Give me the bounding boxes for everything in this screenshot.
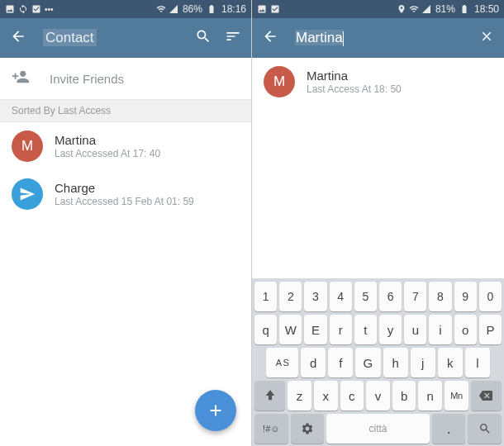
signal-icon (421, 4, 431, 14)
key-symbols[interactable]: !#☺ (254, 414, 288, 444)
key-c[interactable]: c (340, 381, 364, 410)
key-k[interactable]: k (438, 348, 463, 377)
clock-time: 18:50 (474, 3, 499, 15)
contact-status: Last Access At 18: 50 (307, 83, 402, 95)
image-icon (5, 4, 15, 14)
key-period[interactable]: . (432, 414, 466, 444)
key-g[interactable]: G (355, 348, 380, 377)
clear-button[interactable] (479, 29, 494, 47)
clock-time: 18:16 (221, 3, 246, 15)
key-r[interactable]: r (330, 315, 352, 344)
key-d[interactable]: d (301, 348, 326, 377)
search-button[interactable] (195, 28, 212, 48)
battery-icon (207, 4, 216, 14)
key-o[interactable]: o (454, 315, 477, 344)
battery-percent: 86% (183, 3, 202, 15)
contact-status: Last Accessed 15 Feb At 01: 59 (55, 196, 194, 207)
key-shift[interactable] (254, 381, 285, 410)
kb-row-2: qWErtyuioP (254, 315, 502, 344)
key-7[interactable]: 7 (404, 282, 426, 311)
contact-name: Martina (307, 69, 402, 83)
search-result-martina[interactable]: M Martina Last Access At 18: 50 (252, 58, 504, 106)
key-v[interactable]: v (366, 381, 390, 410)
key-y[interactable]: y (379, 315, 402, 344)
key-2[interactable]: 2 (279, 282, 302, 311)
invite-friends-row[interactable]: Invite Friends (0, 58, 251, 99)
avatar: M (12, 130, 43, 162)
search-input[interactable]: Martina (295, 30, 466, 46)
image-icon (257, 4, 267, 14)
more-icon: ••• (45, 5, 54, 14)
status-bar: 81% 18:50 (252, 0, 504, 18)
key-3[interactable]: 3 (304, 282, 326, 311)
invite-label: Invite Friends (50, 72, 124, 86)
key-n[interactable]: n (418, 381, 442, 410)
check-icon (31, 4, 41, 14)
key-8[interactable]: 8 (429, 282, 451, 311)
key-4[interactable]: 4 (330, 282, 352, 311)
search-screen: 81% 18:50 Martina M Martina Last Access … (252, 0, 504, 446)
sort-button[interactable] (225, 28, 241, 48)
key-u[interactable]: u (404, 315, 426, 344)
key-backspace[interactable] (471, 381, 502, 410)
status-bar: ••• 86% 18:16 (0, 0, 251, 18)
key-9[interactable]: 9 (454, 282, 477, 311)
back-button[interactable] (10, 28, 26, 48)
wifi-icon (156, 4, 166, 14)
app-bar: Contact (0, 18, 251, 58)
kb-row-numbers: 1234567890 (254, 282, 502, 311)
contacts-screen: ••• 86% 18:16 Contact Invite Friends Sor… (0, 0, 252, 446)
page-title: Contact (43, 30, 182, 46)
battery-percent: 81% (435, 3, 455, 15)
key-j[interactable]: j (411, 348, 435, 377)
kb-row-3: A SdfGhjkl (254, 348, 502, 377)
key-f[interactable]: f (328, 348, 353, 377)
back-button[interactable] (262, 28, 278, 48)
key-h[interactable]: h (383, 348, 408, 377)
key-0[interactable]: 0 (479, 282, 502, 311)
battery-icon (459, 4, 469, 14)
signal-icon (169, 4, 178, 14)
key-b[interactable]: b (392, 381, 416, 410)
key-5[interactable]: 5 (354, 282, 377, 311)
avatar (12, 178, 43, 210)
key-w[interactable]: W (279, 315, 302, 344)
key-as[interactable]: A S (266, 348, 298, 377)
key-q[interactable]: q (254, 315, 277, 344)
key-l[interactable]: l (465, 348, 490, 377)
contact-name: Charge (55, 181, 194, 195)
new-contact-fab[interactable] (195, 390, 236, 431)
contact-item-charge[interactable]: Charge Last Accessed 15 Feb At 01: 59 (0, 170, 251, 218)
search-bar: Martina (252, 18, 504, 58)
avatar: M (264, 66, 295, 97)
key-mn[interactable]: Mn (445, 381, 468, 410)
wifi-icon (409, 4, 419, 14)
key-space[interactable]: città (326, 414, 430, 444)
key-settings[interactable] (291, 414, 325, 444)
kb-row-5: !#☺ città . (254, 414, 502, 444)
key-i[interactable]: i (429, 315, 451, 344)
key-e[interactable]: E (304, 315, 326, 344)
key-search[interactable] (468, 414, 502, 444)
key-p[interactable]: P (479, 315, 502, 344)
refresh-icon (18, 4, 28, 14)
contact-name: Martina (55, 133, 160, 147)
contact-item-martina[interactable]: M Martina Last Accessed At 17: 40 (0, 122, 251, 170)
key-x[interactable]: x (314, 381, 338, 410)
location-icon (397, 4, 407, 14)
contact-status: Last Accessed At 17: 40 (55, 148, 160, 159)
check-icon (270, 4, 280, 14)
key-z[interactable]: z (288, 381, 311, 410)
kb-row-4: zxcvbnMn (254, 381, 502, 410)
add-person-icon (12, 68, 30, 89)
key-6[interactable]: 6 (379, 282, 402, 311)
section-header: Sorted By Last Access (0, 99, 251, 122)
virtual-keyboard: 1234567890 qWErtyuioP A SdfGhjkl zxcvbnM… (252, 278, 504, 446)
key-1[interactable]: 1 (254, 282, 277, 311)
key-t[interactable]: t (354, 315, 377, 344)
